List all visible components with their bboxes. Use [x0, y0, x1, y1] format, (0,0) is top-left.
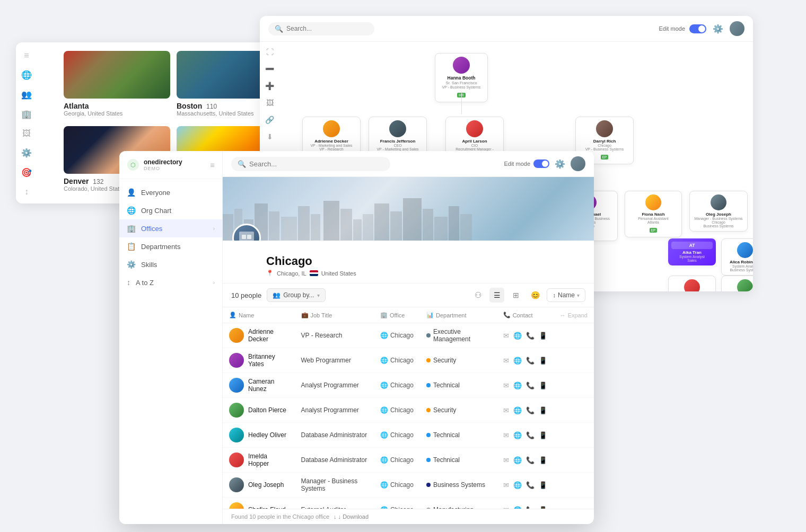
- org-settings-icon[interactable]: ⚙️: [713, 24, 723, 34]
- sidebar-item-skills[interactable]: ⚙️ Skills: [119, 255, 222, 273]
- sidebar-brand: ⬡ onedirectory DEMO ≡: [119, 158, 222, 179]
- dept-dot: [426, 333, 431, 338]
- sidebar-item-org-chart[interactable]: 🌐 Org Chart: [119, 201, 222, 219]
- group-by-button[interactable]: 👥 Group by... ▾: [267, 288, 325, 302]
- search-box[interactable]: 🔍: [231, 157, 390, 171]
- edit-mode-toggle[interactable]: [689, 24, 706, 33]
- table-row[interactable]: Cameran Nunez Analyst Programmer 🌐Chicag…: [223, 373, 594, 398]
- people-nav-icon[interactable]: 👥: [21, 90, 32, 100]
- web-icon[interactable]: 🌐: [513, 456, 522, 464]
- dept-name: Technical: [433, 382, 460, 389]
- job-title-cell: Database Administrator: [295, 448, 374, 473]
- phone-icon[interactable]: 📞: [526, 456, 535, 464]
- dept-name: Security: [433, 357, 456, 364]
- edit-toggle[interactable]: [533, 159, 549, 168]
- email-icon[interactable]: ✉: [503, 481, 509, 489]
- web-icon[interactable]: 🌐: [513, 382, 522, 389]
- search-input[interactable]: [249, 160, 384, 168]
- settings-nav-icon[interactable]: ⚙️: [21, 148, 32, 158]
- building-nav-icon[interactable]: 🏢: [21, 109, 32, 119]
- download-link[interactable]: ↓ ↓ Download: [334, 513, 369, 520]
- list-view-button[interactable]: ☰: [489, 288, 504, 303]
- connections-view-icon[interactable]: ⚇: [470, 288, 485, 303]
- org-search-input[interactable]: [286, 25, 368, 32]
- web-icon[interactable]: 🌐: [513, 357, 522, 365]
- svg-rect-21: [239, 232, 254, 241]
- sidebar-item-departments[interactable]: 📋 Departments: [119, 237, 222, 255]
- email-icon[interactable]: ✉: [503, 357, 509, 365]
- org-download-icon[interactable]: ⬇: [267, 132, 273, 141]
- emoji-view-button[interactable]: 😊: [528, 288, 542, 303]
- globe-icon: 🌐: [380, 357, 388, 364]
- table-row[interactable]: Shafira Floyd External Auditor 🌐Chicago …: [223, 498, 594, 509]
- table-row[interactable]: Hedley Oliver Database Administrator 🌐Ch…: [223, 423, 594, 448]
- org-expand-icon[interactable]: ⛶: [266, 48, 274, 56]
- org-zoom-in-icon[interactable]: ➕: [265, 82, 274, 90]
- main-content: 🔍 Edit mode ⚙️: [223, 151, 594, 524]
- org-zoom-out-icon[interactable]: ➖: [265, 65, 274, 73]
- phone-icon[interactable]: 📞: [526, 332, 535, 340]
- dept-name: Security: [433, 406, 456, 414]
- grid-view-button[interactable]: ⊞: [509, 288, 523, 303]
- mobile-icon[interactable]: 📱: [539, 481, 547, 489]
- org-node-fiona[interactable]: Fiona Nash Personal Assistant Atlanta EP: [625, 191, 682, 237]
- org-node-alyssa[interactable]: Alyssa McFarland System Analyst Business…: [721, 276, 753, 291]
- menu-icon[interactable]: ≡: [24, 51, 29, 60]
- phone-icon[interactable]: 📞: [526, 382, 535, 389]
- email-icon[interactable]: ✉: [503, 431, 509, 439]
- email-icon[interactable]: ✉: [503, 456, 509, 464]
- globe-icon: 🌐: [380, 481, 388, 489]
- web-icon[interactable]: 🌐: [513, 431, 522, 439]
- email-icon[interactable]: ✉: [503, 406, 509, 414]
- web-icon[interactable]: 🌐: [513, 406, 522, 414]
- sidebar-item-atoz[interactable]: ↕ A to Z ›: [119, 273, 222, 291]
- dept-dot: [426, 383, 431, 387]
- avatar: [229, 428, 244, 442]
- photo-nav-icon[interactable]: 🖼: [22, 129, 31, 138]
- phone-icon[interactable]: 📞: [526, 406, 535, 414]
- target-nav-icon[interactable]: 🎯: [21, 167, 32, 178]
- mobile-icon[interactable]: 📱: [539, 382, 547, 389]
- people-toolbar: 10 people 👥 Group by... ▾ ⚇ ☰ ⊞ 😊 ↕ Name…: [223, 283, 594, 307]
- phone-icon[interactable]: 📞: [526, 357, 535, 365]
- org-node-aika[interactable]: AT Aika Tran System Analyst Sales: [668, 238, 716, 265]
- email-icon[interactable]: ✉: [503, 382, 509, 389]
- email-icon[interactable]: ✉: [503, 332, 509, 340]
- office-card-atlanta[interactable]: Atlanta Georgia, United States: [64, 51, 170, 120]
- org-node-oleg[interactable]: Oleg Joseph Manager - Business Systems C…: [689, 191, 748, 232]
- web-icon[interactable]: 🌐: [513, 332, 522, 340]
- svg-rect-16: [403, 198, 422, 241]
- org-link-icon[interactable]: 🔗: [265, 116, 274, 124]
- mobile-icon[interactable]: 📱: [539, 406, 547, 414]
- globe-nav-icon[interactable]: 🌐: [21, 70, 32, 80]
- org-chart-label: Org Chart: [141, 207, 171, 215]
- mobile-icon[interactable]: 📱: [539, 431, 547, 439]
- sort-nav-icon[interactable]: ↕: [24, 187, 29, 197]
- org-node-alica[interactable]: Alica Robinson System Analyst Business S…: [721, 238, 753, 276]
- office-name-cell: Chicago: [390, 382, 414, 389]
- mobile-icon[interactable]: 📱: [539, 332, 547, 340]
- table-row[interactable]: Dalton Pierce Analyst Programmer 🌐Chicag…: [223, 398, 594, 423]
- col-name: 👤 Name: [223, 307, 295, 323]
- phone-icon[interactable]: 📞: [526, 481, 535, 489]
- mobile-icon[interactable]: 📱: [539, 456, 547, 464]
- sidebar-item-everyone[interactable]: 👤 Everyone: [119, 183, 222, 201]
- sidebar-item-offices[interactable]: 🏢 Offices ›: [119, 219, 222, 237]
- table-row[interactable]: Imelda Hopper Database Administrator 🌐Ch…: [223, 448, 594, 473]
- table-row[interactable]: Britanney Yates Web Programmer 🌐Chicago …: [223, 348, 594, 373]
- table-row[interactable]: Oleg Joseph Manager - Business Systems 🌐…: [223, 473, 594, 498]
- user-profile-avatar[interactable]: [571, 156, 585, 171]
- svg-rect-14: [374, 203, 389, 241]
- settings-icon[interactable]: ⚙️: [555, 159, 565, 169]
- org-photo-icon[interactable]: 🖼: [266, 99, 274, 107]
- mobile-icon[interactable]: 📱: [539, 357, 547, 365]
- person-name: Cameran Nunez: [248, 378, 288, 393]
- table-row[interactable]: Adrienne Decker VP - Research 🌐 Chicago: [223, 323, 594, 348]
- org-node-allegra[interactable]: Allegra Gentry Robotics Business Systems: [668, 276, 716, 291]
- office-hero-banner: [223, 177, 594, 241]
- sidebar-hamburger[interactable]: ≡: [210, 161, 215, 170]
- web-icon[interactable]: 🌐: [513, 481, 522, 489]
- office-name-cell: Chicago: [390, 456, 414, 464]
- sort-button[interactable]: ↕ Name ▾: [547, 288, 585, 302]
- phone-icon[interactable]: 📞: [526, 431, 535, 439]
